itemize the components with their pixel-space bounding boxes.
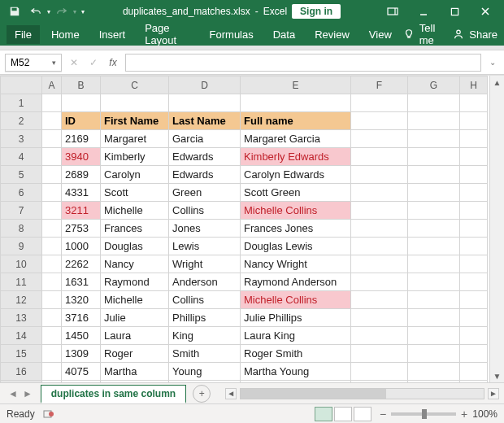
cell[interactable] (408, 130, 460, 148)
cell[interactable] (408, 184, 460, 202)
cell[interactable] (408, 238, 460, 255)
cell[interactable] (408, 94, 460, 112)
cell[interactable] (408, 381, 460, 383)
cell[interactable]: Margaret (101, 130, 169, 148)
cell[interactable] (460, 130, 488, 148)
cell[interactable]: Smith (169, 345, 241, 363)
tab-view[interactable]: View (361, 25, 400, 44)
horizontal-scrollbar[interactable]: ◄ ► (220, 388, 504, 399)
row-header[interactable]: 8 (1, 220, 42, 238)
cell[interactable]: Frances Jones (241, 220, 351, 238)
cell[interactable]: 1000 (62, 238, 101, 255)
cancel-formula-button[interactable]: ✕ (67, 55, 81, 70)
formula-input[interactable] (125, 54, 481, 72)
cell[interactable] (351, 238, 408, 255)
cell[interactable] (351, 327, 408, 345)
maximize-button[interactable] (441, 2, 468, 21)
cell[interactable]: Full name (241, 112, 351, 130)
tellme-label[interactable]: Tell me (419, 22, 439, 46)
cell[interactable]: Edwards (169, 166, 241, 184)
cell[interactable]: Martha (101, 363, 169, 381)
minimize-button[interactable] (410, 2, 437, 21)
cell[interactable]: Kimberly Edwards (241, 148, 351, 166)
cell[interactable]: Edwards (169, 148, 241, 166)
row-header[interactable]: 4 (1, 148, 42, 166)
cell[interactable] (42, 273, 62, 291)
cell[interactable]: Michelle Collins (241, 291, 351, 309)
cell[interactable] (408, 363, 460, 381)
cell[interactable]: Green (169, 184, 241, 202)
tab-insert[interactable]: Insert (91, 25, 134, 44)
col-header[interactable]: D (169, 76, 241, 94)
table-row[interactable]: 2IDFirst NameLast NameFull name (1, 112, 488, 130)
cell[interactable] (460, 381, 488, 383)
cell[interactable]: Laura King (241, 327, 351, 345)
undo-button[interactable] (26, 2, 46, 21)
cell[interactable]: Roger Smith (241, 345, 351, 363)
cell[interactable] (460, 309, 488, 327)
table-row[interactable]: 111631RaymondAndersonRaymond Anderson (1, 273, 488, 291)
cell[interactable] (351, 184, 408, 202)
tab-formulas[interactable]: Formulas (202, 25, 262, 44)
tab-review[interactable]: Review (306, 25, 358, 44)
cell[interactable] (460, 327, 488, 345)
cell[interactable] (460, 94, 488, 112)
ribbon-options-button[interactable] (379, 2, 406, 21)
cell[interactable]: 2753 (62, 220, 101, 238)
cell[interactable] (351, 112, 408, 130)
cell[interactable] (460, 202, 488, 220)
row-header[interactable]: 1 (1, 94, 42, 112)
sheet-tab[interactable]: duplicates in same column (41, 385, 186, 403)
cell[interactable]: Martha Young (241, 363, 351, 381)
table-row[interactable]: 164075MarthaYoungMartha Young (1, 363, 488, 381)
cell[interactable]: Campbell (169, 381, 241, 383)
view-normal-button[interactable] (315, 407, 332, 421)
cell[interactable]: King (169, 327, 241, 345)
zoom-out-button[interactable]: − (380, 408, 386, 421)
scroll-down-icon[interactable]: ▼ (490, 369, 504, 382)
cell[interactable] (42, 327, 62, 345)
new-sheet-button[interactable]: + (193, 385, 211, 403)
share-button[interactable]: Share (469, 28, 497, 41)
cell[interactable] (42, 381, 62, 383)
cell[interactable] (460, 273, 488, 291)
cell[interactable] (351, 130, 408, 148)
sheet-nav-next-icon[interactable]: ► (23, 388, 33, 399)
cell[interactable]: Collins (169, 291, 241, 309)
signin-button[interactable]: Sign in (292, 4, 341, 19)
cell[interactable]: Julie Phillips (241, 309, 351, 327)
col-header[interactable]: F (351, 76, 408, 94)
cell[interactable] (460, 363, 488, 381)
cell[interactable]: Douglas Lewis (241, 238, 351, 255)
cell[interactable] (42, 238, 62, 255)
row-header[interactable]: 5 (1, 166, 42, 184)
cell[interactable] (351, 255, 408, 273)
cell[interactable] (42, 148, 62, 166)
cell[interactable] (408, 166, 460, 184)
cell[interactable] (42, 363, 62, 381)
col-header[interactable]: H (460, 76, 488, 94)
scroll-left-icon[interactable]: ◄ (225, 388, 237, 399)
cell[interactable]: Kimberly (101, 148, 169, 166)
cell[interactable]: Stephen (101, 381, 169, 383)
cell[interactable] (460, 291, 488, 309)
cell[interactable]: ID (62, 112, 101, 130)
tab-data[interactable]: Data (265, 25, 303, 44)
cell[interactable] (408, 220, 460, 238)
cell[interactable] (460, 345, 488, 363)
row-header[interactable]: 10 (1, 255, 42, 273)
cell[interactable]: 3211 (62, 202, 101, 220)
cell[interactable] (42, 202, 62, 220)
cell[interactable] (460, 112, 488, 130)
cell[interactable] (101, 94, 169, 112)
zoom-slider[interactable] (391, 412, 456, 416)
table-row[interactable]: 1 (1, 94, 488, 112)
table-row[interactable]: 151309RogerSmithRoger Smith (1, 345, 488, 363)
cell[interactable]: Jones (169, 220, 241, 238)
cell[interactable]: 2689 (62, 166, 101, 184)
cell[interactable] (460, 148, 488, 166)
cell[interactable] (408, 327, 460, 345)
cell[interactable]: Scott Green (241, 184, 351, 202)
cell[interactable] (351, 166, 408, 184)
row-header[interactable]: 7 (1, 202, 42, 220)
